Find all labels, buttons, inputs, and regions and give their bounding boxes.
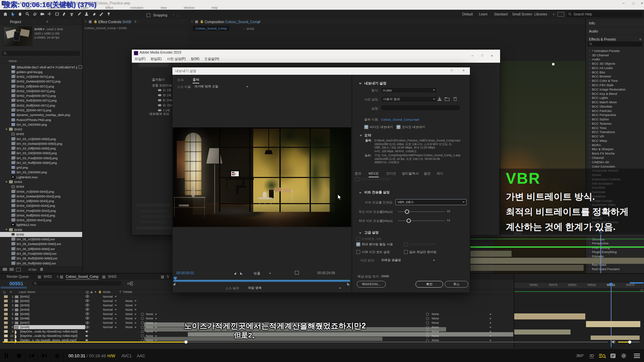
effects-category[interactable]: ›Boris FX Mocha	[586, 151, 644, 156]
effects-category[interactable]: ›Channel	[586, 156, 644, 160]
folder-expand-icon[interactable]	[5, 181, 7, 183]
snapping-checkbox[interactable]: Snapping ⌃⁝	[147, 12, 178, 18]
panel-menu-icon[interactable]: ≡	[259, 20, 261, 23]
collapse-icon[interactable]: «	[191, 20, 193, 23]
project-item[interactable]: SH_05_AO[0000-0060].exr	[0, 237, 82, 242]
pan-behind-icon[interactable]	[46, 11, 53, 17]
label-chip[interactable]	[4, 300, 8, 302]
dialog-tab-5[interactable]: 게시	[436, 171, 443, 176]
dialog-close-button[interactable]: ×	[463, 68, 465, 72]
save-preset-icon[interactable]	[437, 97, 442, 101]
comment-input[interactable]	[381, 105, 460, 110]
hand-tool-icon[interactable]	[17, 11, 23, 17]
timeline-tab-1[interactable]: SH01	[44, 275, 52, 279]
dialog-tab-1[interactable]: 비디오	[369, 171, 379, 177]
new-comp-icon[interactable]	[16, 268, 21, 272]
project-item[interactable]: SH_03_OID[0000-0050].png	[0, 151, 82, 156]
trkmat-dropdown[interactable]: None	[125, 317, 137, 320]
preview-scrubber[interactable]	[173, 280, 350, 282]
effects-category[interactable]: ›Color Correction	[586, 164, 644, 169]
ame-minimize-button[interactable]: −	[471, 54, 473, 58]
project-item[interactable]: SH_03_Post[0000-0050].png	[0, 156, 82, 160]
preset-dropdown[interactable]: 사용자 정의	[381, 96, 437, 102]
project-item[interactable]: SH_03_DeMain[0000-0050].png	[0, 141, 82, 146]
trkmat-dropdown[interactable]: None	[125, 299, 137, 303]
layer-name[interactable]: [SH03]	[20, 304, 30, 307]
project-item[interactable]: SH04_Refl[0000-0043].png	[0, 213, 82, 218]
eject-button[interactable]	[55, 354, 59, 358]
settings-gear-button[interactable]	[621, 353, 626, 358]
effects-category[interactable]: ›BCC Film Style	[586, 83, 644, 87]
project-item[interactable]: grid.png	[0, 165, 82, 170]
project-item[interactable]: lighthit12.mov	[0, 223, 82, 227]
workspace-standard[interactable]: Standard	[494, 12, 508, 16]
keyframe-checkbox[interactable]	[356, 237, 360, 241]
tab-audio[interactable]: Audio	[586, 27, 644, 35]
project-item[interactable]: SH_05_Refl[0000-0060].exr	[0, 261, 82, 265]
search-help-field[interactable]: Search Help	[567, 11, 643, 17]
project-search-input[interactable]	[2, 51, 80, 56]
effects-category[interactable]: ›BCC Transitions	[586, 130, 644, 134]
hw-badge[interactable]: H/W	[107, 354, 115, 358]
effects-category[interactable]: ›BCC Key & Blend	[586, 92, 644, 96]
project-item[interactable]: 385a309b-0b17-454f-a074-7c26fcd60747.jpg	[0, 65, 82, 69]
project-item[interactable]: SH04_DeMain[0000-0043].png	[0, 194, 82, 198]
format-dropdown[interactable]: H.264	[381, 87, 437, 93]
blend-mode-dropdown[interactable]: Normal	[103, 304, 117, 307]
folder-expand-icon[interactable]	[5, 229, 7, 230]
volume-handle[interactable]	[628, 341, 631, 344]
subtitle-list-button[interactable]	[610, 354, 615, 358]
prev-button[interactable]	[30, 354, 34, 358]
blend-mode-dropdown[interactable]: Normal	[103, 295, 117, 298]
eye-icon[interactable]	[86, 304, 89, 307]
label-chip[interactable]	[4, 304, 8, 307]
shield-icon[interactable]: 🛡	[640, 289, 643, 292]
folder-icon[interactable]	[9, 268, 14, 271]
out-point-icon[interactable]	[240, 272, 243, 275]
project-item[interactable]: SH_05_Post[0000-0060].exr	[0, 251, 82, 256]
layer-row[interactable]: 2[SH02]NormalNone	[0, 299, 514, 303]
eye-icon[interactable]	[86, 295, 89, 298]
ame-maximize-button[interactable]: □	[481, 54, 483, 57]
comp-flowchart-icon[interactable]	[127, 282, 133, 286]
source-range-dropdown[interactable]: 작업 영역	[248, 286, 262, 290]
project-item[interactable]: golden-grid-bw.jpg	[0, 69, 82, 74]
effects-category[interactable]: ›BCC Warp	[586, 138, 644, 143]
timeline-tab-3[interactable]: SH03	[108, 275, 116, 279]
effects-search-input[interactable]	[588, 42, 642, 47]
effects-category[interactable]: ›BCC Obsolete	[586, 104, 644, 109]
ame-menu-item[interactable]: 편집(E)	[151, 57, 162, 61]
project-item[interactable]: SH_05_Difl[0000-0060].exr	[0, 246, 82, 251]
ame-favorites[interactable]: 즐겨찾기	[152, 78, 165, 82]
trash-icon[interactable]	[40, 268, 43, 271]
ame-drive[interactable]: D: (새	[158, 93, 171, 98]
effects-category[interactable]: ›BCC Blur	[586, 70, 644, 74]
project-item[interactable]: SH04_Z[0000-0043].png	[0, 218, 82, 223]
effects-category[interactable]: ›BCC Lights	[586, 96, 644, 100]
project-item[interactable]: SH02_AO[0000-0071].png	[0, 74, 82, 79]
seek-bar-handle[interactable]	[184, 341, 187, 344]
ame-menu-item[interactable]: 사전 설정(P)	[167, 57, 185, 61]
timeline-tab-2[interactable]: Coloso_Sound_Comp	[66, 275, 99, 280]
ame-menu-item[interactable]: 도움말(H)	[204, 57, 219, 61]
tab-composition[interactable]: Composition Coloso_Sound_Comp	[205, 20, 260, 24]
libraries-icon[interactable]	[557, 12, 564, 17]
tab-output[interactable]: 출력	[193, 77, 199, 83]
tab-info[interactable]: Info	[586, 19, 644, 27]
parent-link-dropdown[interactable]: None	[426, 317, 497, 320]
playhead-handle[interactable]	[174, 277, 177, 280]
timeline-search-input[interactable]	[32, 281, 122, 286]
maximize-button[interactable]: □	[632, 1, 635, 5]
label-chip[interactable]	[4, 313, 8, 315]
scale-dropdown[interactable]: 크기에 맞게 조절	[194, 84, 218, 89]
panel-menu-icon[interactable]: ≡	[46, 20, 48, 23]
output-name-link[interactable]: Coloso_Sound_Comp.mp4	[381, 118, 419, 121]
start-timecode-checkbox[interactable]	[356, 250, 360, 254]
layer-name[interactable]: [SH06]	[20, 317, 30, 320]
effects-category[interactable]: ›BCC Particles	[586, 109, 644, 113]
range-start-handle[interactable]	[173, 283, 175, 285]
timeline-tab-0[interactable]: Render Queue	[7, 275, 29, 279]
ame-menu-item[interactable]: 창(W)	[191, 57, 199, 61]
parent-link-dropdown[interactable]: None	[141, 317, 157, 320]
metadata-button[interactable]: 메타데이터...	[357, 281, 386, 288]
